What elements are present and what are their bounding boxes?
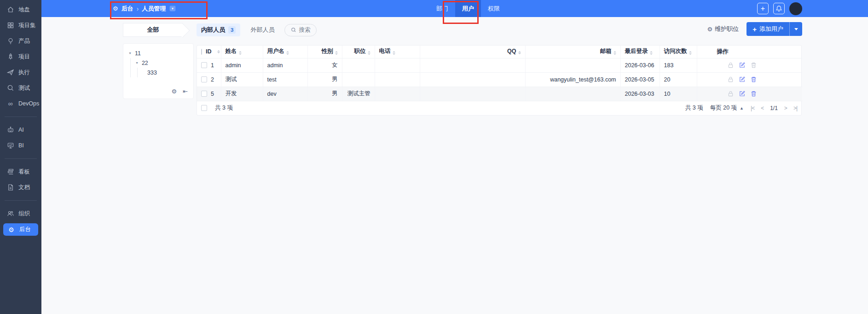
module-tabs: 部门 用户 权限: [429, 0, 507, 17]
lock-icon[interactable]: [727, 62, 734, 69]
tree-node-label: 333: [147, 70, 157, 76]
edit-icon[interactable]: [739, 62, 746, 69]
sort-icon[interactable]: [613, 50, 616, 56]
tree-settings-gear-icon[interactable]: ⚙: [171, 88, 177, 95]
delete-icon[interactable]: [750, 62, 757, 69]
search-icon: [291, 27, 296, 33]
delete-icon[interactable]: [750, 76, 757, 83]
sidebar-item-dashboard[interactable]: 地盘: [0, 2, 41, 17]
search-button[interactable]: 搜索: [284, 24, 317, 36]
add-user-dropdown-button[interactable]: [790, 22, 802, 36]
create-button[interactable]: +: [757, 3, 769, 14]
col-header-visits[interactable]: 访问次数: [664, 48, 687, 54]
sidebar-item-product[interactable]: 产品: [0, 33, 41, 49]
breadcrumb[interactable]: ⚙ 后台 › 人员管理 ▼: [113, 5, 176, 13]
first-page-button[interactable]: |<: [751, 105, 754, 111]
col-header-last-login[interactable]: 最后登录: [625, 48, 648, 54]
lock-icon[interactable]: [727, 90, 734, 97]
chevron-down-icon[interactable]: ▼: [170, 6, 176, 12]
sidebar-item-ai[interactable]: AI: [0, 122, 41, 138]
select-all-checkbox[interactable]: [201, 49, 202, 55]
sidebar-item-execution[interactable]: 执行: [0, 64, 41, 80]
breadcrumb-root[interactable]: 后台: [122, 5, 133, 13]
sidebar-item-kanban[interactable]: 看板: [0, 164, 41, 180]
doc-icon: [6, 184, 14, 191]
col-header-qq[interactable]: QQ: [507, 48, 516, 54]
pagination: 共 3 项 每页 20 项 ▲ |< < 1/1 > >|: [685, 104, 797, 112]
col-header-position[interactable]: 职位: [354, 48, 366, 54]
sort-icon[interactable]: [286, 50, 289, 56]
user-table: ID 姓名 用户名 性别 职位 电话 QQ 邮箱 最后登录 访问次数 操作: [197, 46, 802, 101]
lock-icon[interactable]: [727, 76, 734, 83]
home-icon: [6, 6, 14, 13]
chevron-down-icon[interactable]: ▼: [128, 52, 132, 55]
row-checkbox[interactable]: [201, 62, 207, 68]
prev-page-button[interactable]: <: [761, 105, 764, 111]
topbar-actions: +: [757, 0, 802, 17]
sort-icon[interactable]: [518, 50, 521, 56]
tree-node-11[interactable]: ▼ 11: [128, 48, 188, 58]
collapse-left-icon[interactable]: ⇤: [183, 88, 188, 95]
cell-position: [342, 58, 375, 72]
topbar: ⚙ 后台 › 人员管理 ▼ 部门 用户 权限 +: [41, 0, 868, 17]
cell-id: 5: [211, 91, 214, 97]
sort-icon[interactable]: [368, 50, 370, 56]
table-row[interactable]: 5 开发 dev 男 测试主管 2026-03-03 10: [197, 87, 802, 101]
total-count-label: 共 3 项: [685, 104, 703, 112]
sidebar-item-bi[interactable]: BI: [0, 138, 41, 153]
sidebar-item-devops[interactable]: ∞ DevOps: [0, 96, 41, 111]
table-row[interactable]: 2 测试 test 男 wangyulin_test@163.com 2026-…: [197, 72, 802, 87]
avatar[interactable]: [789, 2, 802, 15]
tab-internal-users[interactable]: 内部人员 3: [197, 23, 240, 36]
cell-visits: 183: [660, 58, 697, 72]
table-row[interactable]: 1 admin admin 女 2026-03-06 183: [197, 58, 802, 72]
sidebar-item-program[interactable]: 项目集: [0, 17, 41, 33]
cell-last-login: 2026-03-06: [620, 58, 660, 72]
sort-icon[interactable]: [335, 50, 338, 56]
tree-node-333[interactable]: 333: [147, 68, 188, 77]
col-header-account[interactable]: 用户名: [267, 48, 285, 54]
maintain-positions-button[interactable]: ⚙ 维护职位: [707, 25, 739, 33]
footer-select-all-checkbox[interactable]: [201, 105, 207, 111]
add-user-button[interactable]: + 添加用户: [746, 22, 790, 36]
tree-node-22[interactable]: ▼ 22: [135, 58, 188, 68]
tab-all-departments[interactable]: 全部: [123, 23, 183, 37]
row-checkbox[interactable]: [201, 76, 207, 82]
delete-icon[interactable]: [750, 90, 757, 97]
sidebar-item-admin[interactable]: ⚙ 后台: [3, 223, 38, 236]
last-page-button[interactable]: >|: [793, 105, 797, 111]
breadcrumb-current[interactable]: 人员管理: [142, 5, 166, 13]
notification-button[interactable]: [773, 3, 785, 14]
sort-icon[interactable]: [393, 50, 395, 56]
kanban-icon: [6, 168, 14, 175]
per-page-dropdown[interactable]: 每页 20 项 ▲: [710, 104, 744, 112]
table-footer: 共 3 项 共 3 项 每页 20 项 ▲ |< < 1/1 > >|: [197, 101, 801, 115]
sort-icon[interactable]: [689, 50, 692, 56]
row-checkbox[interactable]: [201, 91, 207, 97]
sort-icon[interactable]: [217, 49, 220, 55]
col-header-email[interactable]: 邮箱: [600, 48, 612, 54]
sort-icon[interactable]: [239, 50, 242, 56]
sidebar-item-project[interactable]: 项目: [0, 49, 41, 64]
tab-department[interactable]: 部门: [429, 0, 455, 17]
department-tree-panel: ▼ 11 ▼ 22 333 ⚙ ⇤: [123, 43, 194, 99]
sidebar-item-org[interactable]: 组织: [0, 206, 41, 221]
chevron-down-icon[interactable]: ▼: [135, 61, 139, 65]
cell-qq: [420, 72, 525, 87]
tree-footer: ⚙ ⇤: [128, 88, 188, 95]
next-page-button[interactable]: >: [784, 105, 787, 111]
tab-external-users[interactable]: 外部人员: [250, 26, 274, 34]
col-header-name[interactable]: 姓名: [226, 48, 237, 54]
cell-name: 测试: [221, 72, 263, 87]
col-header-phone[interactable]: 电话: [379, 48, 391, 54]
edit-icon[interactable]: [739, 90, 746, 97]
col-header-actions: 操作: [717, 48, 729, 55]
tab-user[interactable]: 用户: [455, 0, 481, 17]
tab-privilege[interactable]: 权限: [481, 0, 507, 17]
col-header-gender[interactable]: 性别: [322, 48, 333, 54]
sort-icon[interactable]: [650, 50, 653, 56]
edit-icon[interactable]: [739, 76, 746, 83]
sidebar-item-qa[interactable]: 测试: [0, 80, 41, 96]
col-header-id[interactable]: ID: [206, 48, 212, 55]
sidebar-item-doc[interactable]: 文档: [0, 180, 41, 195]
